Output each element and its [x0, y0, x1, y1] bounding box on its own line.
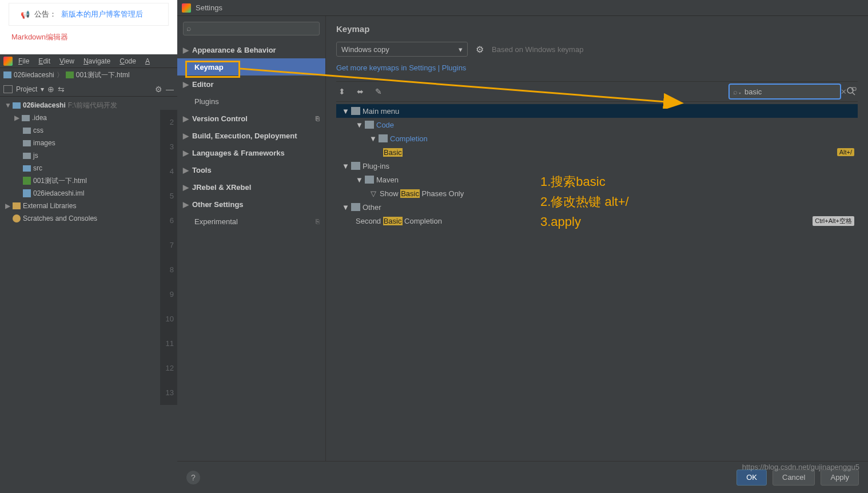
iml-file-icon: [23, 189, 31, 197]
shortcut-badge: Ctrl+Alt+空格: [813, 216, 854, 226]
collapse-all-icon[interactable]: ⬌: [355, 87, 366, 96]
settings-category-version-control[interactable]: ▶Version Control⎘: [177, 110, 325, 127]
keymap-scheme-select[interactable]: Windows copy ▾: [336, 42, 468, 57]
tree-item-label: css: [33, 126, 43, 134]
announce-link[interactable]: 新版本的用户博客管理后: [61, 9, 143, 19]
module-icon: [13, 102, 21, 109]
keymap-tree-row[interactable]: BasicAlt+/: [336, 145, 858, 159]
apply-button[interactable]: Apply: [821, 470, 859, 486]
category-label: Tools: [192, 166, 212, 174]
breadcrumb: 026iedaceshi 〉 001测试一下.html: [0, 68, 177, 82]
project-view-icon: [3, 85, 13, 93]
menu-view[interactable]: View: [56, 56, 78, 66]
chevron-down-icon: ▼: [356, 121, 363, 129]
action-label: Basic: [383, 148, 403, 157]
settings-category-plugins[interactable]: Plugins: [177, 93, 325, 110]
dropdown-icon: ▾: [459, 45, 463, 54]
keymap-tree-row[interactable]: Second Basic CompletionCtrl+Alt+空格: [336, 214, 858, 228]
tree-item-label: External Libraries: [23, 202, 76, 210]
browser-strip: 📢 公告： 新版本的用户博客管理后 Markdown编辑器: [0, 0, 177, 54]
chevron-right-icon: ▶: [183, 80, 189, 89]
dropdown-icon[interactable]: ▾: [41, 85, 44, 93]
chevron-down-icon: ▼: [369, 134, 376, 143]
tree-row[interactable]: images: [0, 137, 177, 149]
chevron-right-icon: ▶: [183, 166, 189, 174]
project-label[interactable]: Project: [16, 85, 37, 93]
settings-sidebar: ▶Appearance & BehaviorKeymap▶EditorPlugi…: [177, 16, 326, 461]
tree-root-label: 026iedaceshi: [23, 101, 66, 109]
tree-item-label: Scratches and Consoles: [23, 214, 97, 222]
gear-icon[interactable]: ⚙: [155, 85, 162, 94]
tree-row[interactable]: 026iedaceshi.iml: [0, 187, 177, 200]
keymap-tree-row[interactable]: ▼Completion: [336, 132, 858, 145]
keymap-search-input[interactable]: [744, 88, 841, 96]
settings-category-keymap[interactable]: Keymap: [177, 58, 325, 75]
category-label: Languages & Frameworks: [192, 149, 285, 157]
markdown-label: Markdown编辑器: [0, 29, 177, 46]
keymap-search-box: ⌕▾ ✕: [729, 84, 841, 99]
tree-row[interactable]: 001测试一下.html: [0, 174, 177, 187]
dialog-titlebar: Settings: [177, 0, 868, 16]
scratches-icon: [13, 214, 21, 222]
breadcrumb-file[interactable]: 001测试一下.html: [76, 70, 130, 80]
settings-category-languages-frameworks[interactable]: ▶Languages & Frameworks: [177, 144, 325, 161]
ok-button[interactable]: OK: [736, 470, 767, 486]
target-icon[interactable]: ⊕: [47, 85, 54, 94]
collapse-icon[interactable]: ⇆: [58, 85, 65, 94]
menu-file[interactable]: File: [15, 56, 33, 66]
tree-scratches[interactable]: Scratches and Consoles: [0, 212, 177, 225]
edit-icon[interactable]: ✎: [373, 87, 384, 96]
tree-item-label: js: [33, 152, 38, 160]
menu-more[interactable]: A: [142, 56, 153, 66]
get-more-keymaps-link[interactable]: Get more keymaps in Settings | Plugins: [336, 63, 858, 72]
menu-code[interactable]: Code: [116, 56, 140, 66]
settings-category-tools[interactable]: ▶Tools: [177, 161, 325, 178]
settings-category-build-execution-deployment[interactable]: ▶Build, Execution, Deployment: [177, 127, 325, 144]
minimize-icon[interactable]: —: [166, 85, 174, 94]
project-tool-bar: Project ▾ ⊕ ⇆ ⚙ —: [0, 82, 177, 97]
breadcrumb-root[interactable]: 026iedaceshi: [14, 71, 54, 79]
settings-search-input[interactable]: [183, 22, 320, 35]
help-button[interactable]: ?: [186, 471, 200, 484]
settings-category-other-settings[interactable]: ▶Other Settings: [177, 196, 325, 213]
ide-background: File Edit View Navigate Code A 026iedace…: [0, 54, 177, 493]
settings-search: [183, 22, 320, 35]
find-action-by-shortcut-icon[interactable]: [845, 85, 858, 98]
keymap-tree-row[interactable]: ▽Show Basic Phases Only: [336, 186, 858, 200]
gear-icon[interactable]: ⚙: [476, 44, 484, 55]
ide-menubar: File Edit View Navigate Code A: [0, 54, 177, 68]
settings-category-jrebel-xrebel[interactable]: ▶JRebel & XRebel: [177, 178, 325, 196]
keymap-tree-row[interactable]: ▼Main menu: [336, 104, 858, 118]
tree-row[interactable]: ▶.idea: [0, 112, 177, 124]
settings-category-editor[interactable]: ▶Editor: [177, 75, 325, 93]
keymap-tree-row[interactable]: ▼Code: [336, 118, 858, 132]
search-highlight: Basic: [383, 217, 403, 225]
line-number: 12: [160, 356, 177, 380]
svg-line-1: [853, 93, 855, 95]
category-label: Appearance & Behavior: [192, 46, 276, 54]
line-number: 13: [160, 380, 177, 405]
cancel-button[interactable]: Cancel: [773, 470, 815, 486]
line-number: 5: [160, 184, 177, 208]
intellij-logo-icon: [3, 57, 13, 66]
folder-icon: [379, 134, 388, 142]
keymap-tree-row[interactable]: ▼Maven: [336, 173, 858, 186]
settings-category-appearance-behavior[interactable]: ▶Appearance & Behavior: [177, 41, 325, 58]
tree-root[interactable]: ▼ 026iedaceshi F:\前端代码开发: [0, 99, 177, 112]
tree-item-label: .idea: [32, 114, 47, 122]
menu-navigate[interactable]: Navigate: [80, 56, 114, 66]
tree-row[interactable]: js: [0, 149, 177, 162]
keymap-tree-row[interactable]: ▼Other: [336, 200, 858, 214]
action-label: Plug-ins: [363, 162, 389, 170]
category-label: Build, Execution, Deployment: [192, 132, 297, 140]
based-on-label: Based on Windows keymap: [492, 45, 583, 54]
shortcut-badge: Alt+/: [837, 148, 854, 156]
action-label: Main menu: [363, 107, 399, 116]
keymap-tree-row[interactable]: ▼Plug-ins: [336, 159, 858, 173]
settings-category-experimental[interactable]: Experimental⎘: [177, 213, 325, 230]
tree-external-libs[interactable]: ▶External Libraries: [0, 200, 177, 212]
tree-row[interactable]: css: [0, 124, 177, 137]
menu-edit[interactable]: Edit: [35, 56, 54, 66]
expand-all-icon[interactable]: ⬍: [336, 87, 348, 96]
tree-row[interactable]: src: [0, 162, 177, 174]
